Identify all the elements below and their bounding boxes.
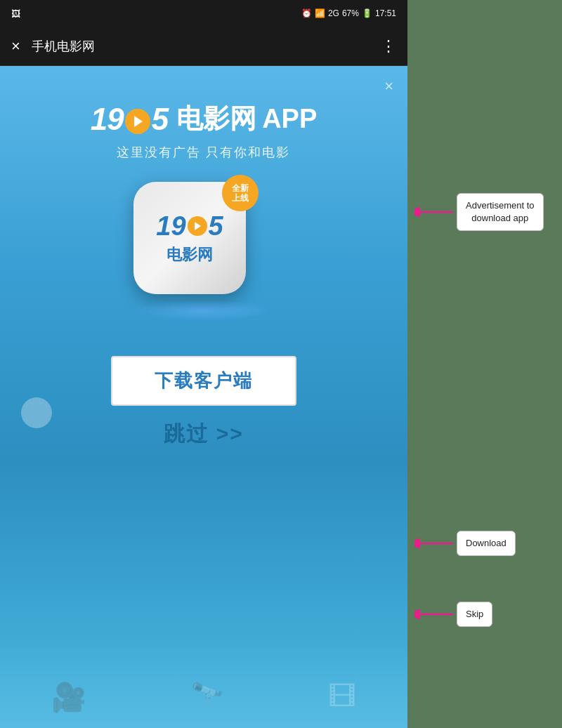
- battery-label: 67%: [342, 8, 359, 18]
- clock-icon: ⏰: [301, 8, 312, 18]
- phone-frame: 🖼 ⏰ 📶 2G 67%🔋 17:51 × 手机电影网 ⋮ × 195 电影网: [0, 0, 407, 728]
- image-icon: 🖼: [11, 8, 20, 19]
- ad-close-button[interactable]: ×: [384, 77, 393, 95]
- cloud-icons: 🎥 🔭 🎞: [0, 681, 407, 714]
- annotation-download: Download: [407, 523, 562, 564]
- close-icon[interactable]: ×: [11, 37, 20, 55]
- app-brand-1905: 195: [91, 102, 168, 137]
- icon-chinese: 电影网: [166, 244, 213, 265]
- annotation-ad-text: Advertisement todownload app: [466, 200, 535, 223]
- annotation-ad-arrow: [414, 205, 457, 219]
- annotation-skip-arrow: [414, 607, 457, 621]
- wifi-icon: 📶: [315, 8, 325, 18]
- icon-play-circle: [188, 216, 207, 236]
- app-icon-area: 195 电影网 全新 上线: [133, 182, 274, 321]
- signal-label: 2G: [328, 8, 339, 18]
- annotation-download-arrow: [414, 536, 457, 550]
- app-title-app: APP: [262, 104, 317, 134]
- camera-icon: 🎥: [51, 681, 86, 714]
- nav-bar: × 手机电影网 ⋮: [0, 27, 407, 66]
- status-right: ⏰ 📶 2G 67%🔋 17:51: [301, 8, 396, 18]
- badge-text1: 全新: [232, 183, 249, 193]
- status-bar: 🖼 ⏰ 📶 2G 67%🔋 17:51: [0, 0, 407, 27]
- menu-icon[interactable]: ⋮: [381, 37, 396, 55]
- play-icon: [125, 109, 150, 134]
- app-icon-wrapper: 195 电影网 全新 上线: [133, 182, 246, 294]
- film-icon: 🎞: [328, 681, 356, 714]
- icon-glow: [133, 300, 274, 321]
- annotation-skip-box: Skip: [457, 602, 492, 627]
- dot-indicator: [21, 397, 52, 428]
- app-title-line: 195 电影网 APP: [91, 101, 318, 137]
- download-button[interactable]: 下载客户端: [111, 356, 296, 406]
- ad-content: × 195 电影网 APP 这里没有广告 只有你和电影 195 电影网: [0, 66, 407, 728]
- annotation-ad-box: Advertisement todownload app: [457, 193, 544, 231]
- annotation-download-box: Download: [457, 531, 516, 556]
- app-title-area: 195 电影网 APP 这里没有广告 只有你和电影: [91, 101, 318, 161]
- time-label: 17:51: [375, 8, 396, 18]
- annotation-skip-text: Skip: [466, 609, 483, 619]
- skip-area: 跳过 >>: [164, 420, 243, 449]
- telescope-icon: 🔭: [190, 681, 225, 714]
- app-subtitle: 这里没有广告 只有你和电影: [91, 144, 318, 161]
- annotation-ad: Advertisement todownload app: [407, 177, 562, 247]
- status-left: 🖼: [11, 8, 20, 19]
- icon-brand: 195: [156, 211, 223, 241]
- badge-text2: 上线: [232, 193, 249, 203]
- app-title-chinese: 电影网: [176, 101, 256, 137]
- skip-button[interactable]: 跳过 >>: [164, 422, 243, 445]
- annotation-skip: Skip: [407, 597, 562, 632]
- nav-title: 手机电影网: [32, 38, 381, 55]
- badge-new: 全新 上线: [222, 175, 259, 211]
- download-button-area: 下载客户端: [111, 356, 296, 406]
- annotation-download-text: Download: [466, 538, 507, 548]
